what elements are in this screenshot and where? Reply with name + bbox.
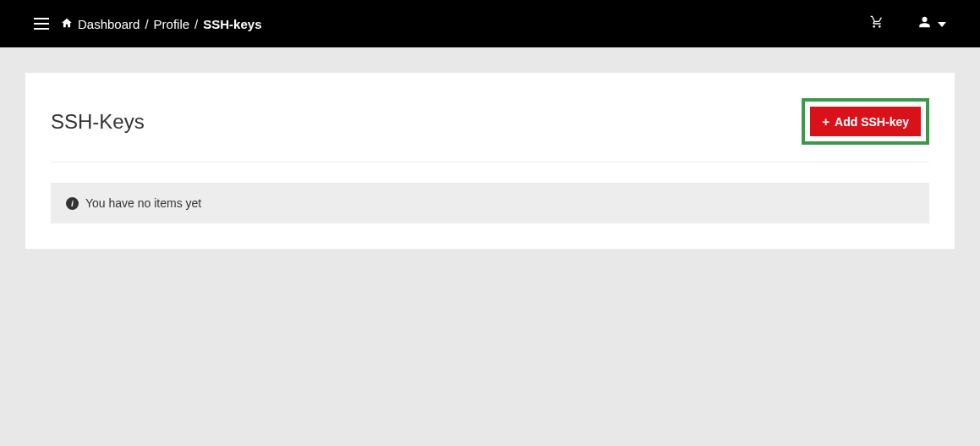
breadcrumb-separator: /	[145, 17, 148, 31]
info-icon: i	[66, 197, 79, 210]
menu-icon[interactable]	[34, 18, 49, 30]
navbar-right	[869, 15, 946, 32]
add-button-label: Add SSH-key	[835, 115, 909, 129]
add-button-highlight: + Add SSH-key	[802, 98, 929, 145]
panel-header: SSH-Keys + Add SSH-key	[51, 98, 929, 162]
navbar-left: Dashboard / Profile / SSH-keys	[34, 17, 261, 31]
breadcrumb-dashboard[interactable]: Dashboard	[78, 17, 140, 31]
cart-icon[interactable]	[869, 15, 884, 32]
page-title: SSH-Keys	[51, 110, 145, 134]
breadcrumb-separator: /	[194, 17, 198, 31]
add-ssh-key-button[interactable]: + Add SSH-key	[810, 107, 921, 136]
empty-state-alert: i You have no items yet	[51, 183, 929, 223]
home-icon[interactable]	[61, 17, 73, 31]
breadcrumb: Dashboard / Profile / SSH-keys	[61, 17, 261, 31]
breadcrumb-sshkeys: SSH-keys	[203, 17, 261, 31]
content-area: SSH-Keys + Add SSH-key i You have no ite…	[0, 47, 980, 446]
user-icon	[918, 15, 931, 32]
plus-icon: +	[822, 114, 829, 129]
user-menu[interactable]	[918, 15, 946, 32]
panel: SSH-Keys + Add SSH-key i You have no ite…	[25, 73, 955, 249]
alert-message: You have no items yet	[85, 196, 201, 210]
navbar: Dashboard / Profile / SSH-keys	[0, 0, 980, 47]
app-window: Dashboard / Profile / SSH-keys	[0, 0, 980, 446]
chevron-down-icon	[938, 19, 946, 29]
breadcrumb-profile[interactable]: Profile	[154, 17, 190, 31]
